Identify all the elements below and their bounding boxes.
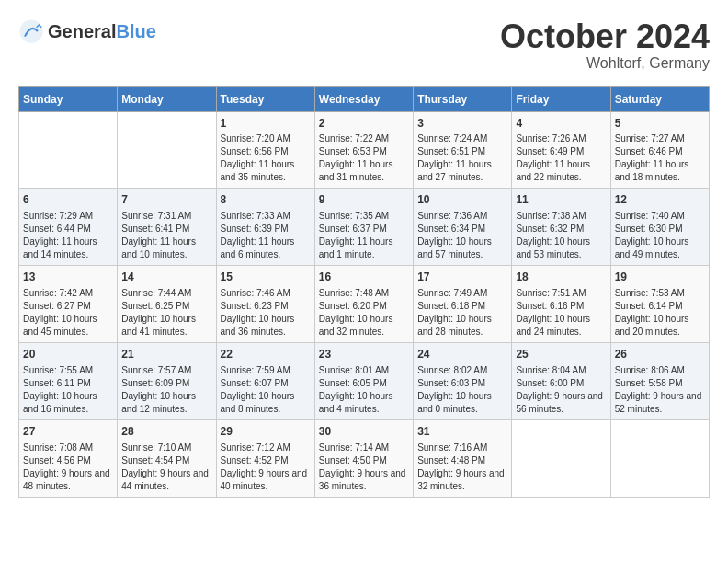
day-number: 1 — [221, 116, 311, 132]
calendar-header-row: SundayMondayTuesdayWednesdayThursdayFrid… — [19, 86, 710, 111]
day-content: Sunrise: 7:33 AM Sunset: 6:39 PM Dayligh… — [221, 210, 311, 261]
day-number: 13 — [23, 270, 113, 285]
day-content: Sunrise: 7:24 AM Sunset: 6:51 PM Dayligh… — [417, 132, 507, 184]
day-number: 3 — [417, 116, 507, 132]
calendar-cell: 19Sunrise: 7:53 AM Sunset: 6:14 PM Dayli… — [610, 266, 709, 343]
day-content: Sunrise: 7:46 AM Sunset: 6:23 PM Dayligh… — [221, 287, 311, 339]
day-content: Sunrise: 7:16 AM Sunset: 4:48 PM Dayligh… — [417, 442, 507, 493]
calendar-cell: 10Sunrise: 7:36 AM Sunset: 6:34 PM Dayli… — [414, 189, 512, 266]
calendar-cell: 1Sunrise: 7:20 AM Sunset: 6:56 PM Daylig… — [216, 111, 314, 189]
calendar-cell: 16Sunrise: 7:48 AM Sunset: 6:20 PM Dayli… — [314, 266, 413, 343]
day-content: Sunrise: 7:57 AM Sunset: 6:09 PM Dayligh… — [121, 364, 211, 416]
calendar-cell: 21Sunrise: 7:57 AM Sunset: 6:09 PM Dayli… — [118, 342, 216, 419]
calendar-cell: 22Sunrise: 7:59 AM Sunset: 6:07 PM Dayli… — [216, 342, 314, 419]
day-number: 11 — [516, 192, 606, 208]
day-content: Sunrise: 7:26 AM Sunset: 6:49 PM Dayligh… — [516, 132, 606, 184]
day-number: 18 — [516, 270, 606, 285]
day-number: 4 — [516, 116, 606, 132]
calendar-cell: 12Sunrise: 7:40 AM Sunset: 6:30 PM Dayli… — [610, 189, 709, 266]
day-number: 30 — [319, 424, 409, 440]
day-number: 10 — [417, 192, 507, 208]
day-content: Sunrise: 7:49 AM Sunset: 6:18 PM Dayligh… — [417, 287, 507, 339]
day-number: 5 — [615, 116, 705, 132]
day-content: Sunrise: 7:12 AM Sunset: 4:52 PM Dayligh… — [221, 442, 311, 493]
header-day-thursday: Thursday — [414, 86, 512, 111]
calendar-cell: 18Sunrise: 7:51 AM Sunset: 6:16 PM Dayli… — [512, 266, 610, 343]
day-content: Sunrise: 7:55 AM Sunset: 6:11 PM Dayligh… — [23, 364, 113, 416]
header-day-wednesday: Wednesday — [314, 86, 413, 111]
page-header: GeneralBlue October 2024 Wohltorf, Germa… — [18, 18, 710, 72]
day-content: Sunrise: 7:40 AM Sunset: 6:30 PM Dayligh… — [615, 210, 705, 261]
day-number: 22 — [221, 347, 311, 362]
title-block: October 2024 Wohltorf, Germany — [500, 18, 710, 72]
day-content: Sunrise: 7:35 AM Sunset: 6:37 PM Dayligh… — [319, 210, 409, 261]
calendar-cell — [610, 419, 709, 497]
day-number: 16 — [319, 270, 409, 285]
day-number: 29 — [221, 424, 311, 440]
calendar-cell: 4Sunrise: 7:26 AM Sunset: 6:49 PM Daylig… — [512, 111, 610, 189]
calendar-cell: 9Sunrise: 7:35 AM Sunset: 6:37 PM Daylig… — [314, 189, 413, 266]
logo-blue: Blue — [116, 21, 155, 41]
day-content: Sunrise: 7:38 AM Sunset: 6:32 PM Dayligh… — [516, 210, 606, 261]
day-content: Sunrise: 7:44 AM Sunset: 6:25 PM Dayligh… — [121, 287, 211, 339]
week-row-2: 6Sunrise: 7:29 AM Sunset: 6:44 PM Daylig… — [19, 189, 710, 266]
calendar-cell — [19, 111, 118, 189]
header-day-friday: Friday — [512, 86, 610, 111]
calendar-cell: 26Sunrise: 8:06 AM Sunset: 5:58 PM Dayli… — [610, 342, 709, 419]
day-content: Sunrise: 7:20 AM Sunset: 6:56 PM Dayligh… — [221, 132, 311, 184]
calendar-cell: 6Sunrise: 7:29 AM Sunset: 6:44 PM Daylig… — [19, 189, 118, 266]
day-content: Sunrise: 7:51 AM Sunset: 6:16 PM Dayligh… — [516, 287, 606, 339]
day-number: 9 — [319, 192, 409, 208]
day-number: 23 — [319, 347, 409, 362]
calendar-table: SundayMondayTuesdayWednesdayThursdayFrid… — [18, 86, 710, 498]
logo-icon — [18, 18, 44, 44]
day-number: 14 — [121, 270, 211, 285]
calendar-cell: 14Sunrise: 7:44 AM Sunset: 6:25 PM Dayli… — [118, 266, 216, 343]
header-day-tuesday: Tuesday — [216, 86, 314, 111]
day-content: Sunrise: 7:10 AM Sunset: 4:54 PM Dayligh… — [121, 442, 211, 493]
logo: GeneralBlue — [18, 18, 156, 44]
calendar-cell: 20Sunrise: 7:55 AM Sunset: 6:11 PM Dayli… — [19, 342, 118, 419]
calendar-cell: 15Sunrise: 7:46 AM Sunset: 6:23 PM Dayli… — [216, 266, 314, 343]
calendar-cell: 27Sunrise: 7:08 AM Sunset: 4:56 PM Dayli… — [19, 419, 118, 497]
day-content: Sunrise: 8:02 AM Sunset: 6:03 PM Dayligh… — [417, 364, 507, 416]
day-content: Sunrise: 7:59 AM Sunset: 6:07 PM Dayligh… — [221, 364, 311, 416]
day-content: Sunrise: 7:27 AM Sunset: 6:46 PM Dayligh… — [615, 132, 705, 184]
calendar-cell: 3Sunrise: 7:24 AM Sunset: 6:51 PM Daylig… — [414, 111, 512, 189]
day-number: 12 — [615, 192, 705, 208]
day-content: Sunrise: 7:29 AM Sunset: 6:44 PM Dayligh… — [23, 210, 113, 261]
day-number: 21 — [121, 347, 211, 362]
day-number: 26 — [615, 347, 705, 362]
day-content: Sunrise: 7:36 AM Sunset: 6:34 PM Dayligh… — [417, 210, 507, 261]
day-number: 27 — [23, 424, 113, 440]
location-title: Wohltorf, Germany — [500, 55, 710, 72]
week-row-4: 20Sunrise: 7:55 AM Sunset: 6:11 PM Dayli… — [19, 342, 710, 419]
day-number: 31 — [417, 424, 507, 440]
day-number: 15 — [221, 270, 311, 285]
day-content: Sunrise: 7:42 AM Sunset: 6:27 PM Dayligh… — [23, 287, 113, 339]
svg-point-0 — [19, 19, 42, 42]
calendar-cell: 7Sunrise: 7:31 AM Sunset: 6:41 PM Daylig… — [118, 189, 216, 266]
calendar-cell: 31Sunrise: 7:16 AM Sunset: 4:48 PM Dayli… — [414, 419, 512, 497]
day-number: 25 — [516, 347, 606, 362]
calendar-cell: 13Sunrise: 7:42 AM Sunset: 6:27 PM Dayli… — [19, 266, 118, 343]
calendar-cell: 2Sunrise: 7:22 AM Sunset: 6:53 PM Daylig… — [314, 111, 413, 189]
calendar-cell: 28Sunrise: 7:10 AM Sunset: 4:54 PM Dayli… — [118, 419, 216, 497]
day-content: Sunrise: 7:08 AM Sunset: 4:56 PM Dayligh… — [23, 442, 113, 493]
day-content: Sunrise: 8:01 AM Sunset: 6:05 PM Dayligh… — [319, 364, 409, 416]
logo-text: GeneralBlue — [48, 21, 156, 42]
week-row-3: 13Sunrise: 7:42 AM Sunset: 6:27 PM Dayli… — [19, 266, 710, 343]
day-number: 24 — [417, 347, 507, 362]
calendar-cell: 24Sunrise: 8:02 AM Sunset: 6:03 PM Dayli… — [414, 342, 512, 419]
day-content: Sunrise: 7:48 AM Sunset: 6:20 PM Dayligh… — [319, 287, 409, 339]
day-number: 19 — [615, 270, 705, 285]
day-number: 6 — [23, 192, 113, 208]
logo-general: General — [48, 21, 116, 41]
calendar-cell — [512, 419, 610, 497]
day-content: Sunrise: 7:22 AM Sunset: 6:53 PM Dayligh… — [319, 132, 409, 184]
calendar-cell: 30Sunrise: 7:14 AM Sunset: 4:50 PM Dayli… — [314, 419, 413, 497]
calendar-cell — [118, 111, 216, 189]
calendar-cell: 29Sunrise: 7:12 AM Sunset: 4:52 PM Dayli… — [216, 419, 314, 497]
calendar-cell: 25Sunrise: 8:04 AM Sunset: 6:00 PM Dayli… — [512, 342, 610, 419]
day-number: 8 — [221, 192, 311, 208]
